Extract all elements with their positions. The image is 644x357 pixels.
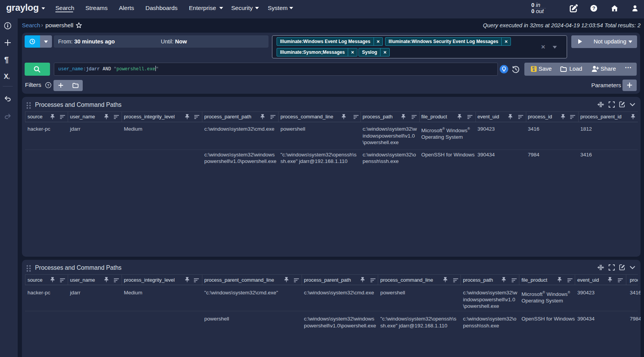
svg-text:?: ? xyxy=(47,83,50,87)
svg-text:?: ? xyxy=(592,5,595,11)
